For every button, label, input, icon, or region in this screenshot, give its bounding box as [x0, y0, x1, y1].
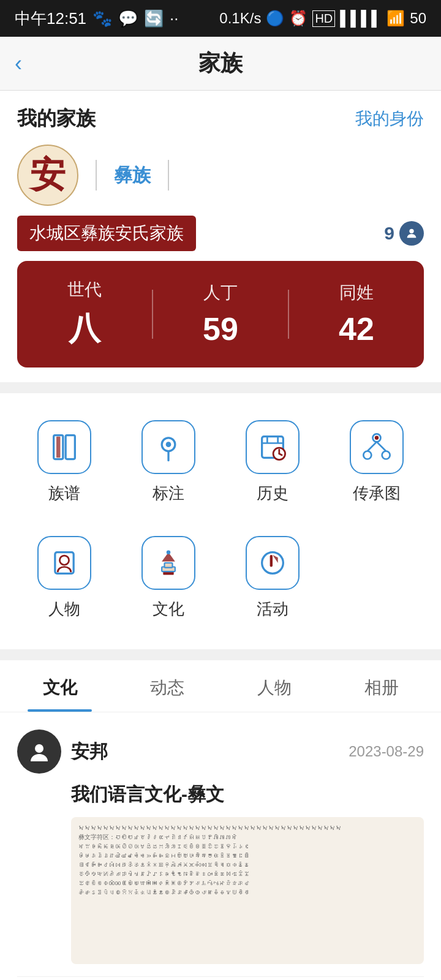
svg-line-16 [368, 442, 377, 451]
divider-vertical [96, 160, 97, 190]
post-title-1: 我们语言文化-彝文 [71, 782, 424, 807]
battery-icon: 50 [410, 10, 426, 27]
activity-label: 活动 [257, 598, 288, 620]
status-bar: 中午12:51 🐾 💬 🔄 ·· 0.1K/s 🔵 ⏰ HD ▌▌▌▌ 📶 50 [0, 0, 441, 37]
stat-population: 人丁 59 [153, 281, 288, 347]
svg-point-0 [409, 229, 413, 233]
svg-rect-2 [66, 435, 75, 459]
alarm-icon: ⏰ [289, 10, 307, 27]
status-right: 0.1K/s 🔵 ⏰ HD ▌▌▌▌ 📶 50 [219, 10, 426, 27]
culture-icon [141, 536, 195, 590]
genealogy-label: 族谱 [48, 483, 80, 504]
stat-generation: 世代 八 [17, 278, 152, 350]
post-card-1: 安邦 2023-08-29 我们语言文化-彝文 ᠠᠠᠠᠠᠠᠠᠠᠠᠠᠠᠠᠠᠠᠠᠠᠠ… [0, 712, 441, 980]
svg-point-29 [35, 744, 43, 753]
icon-item-history[interactable]: 历史 [221, 410, 325, 514]
post-author-name-1: 安邦 [71, 739, 108, 764]
svg-point-25 [167, 550, 171, 554]
clan-tag[interactable]: 水城区彝族安氏家族 [17, 216, 196, 251]
family-avatar: 安 [17, 145, 78, 206]
svg-rect-23 [165, 563, 173, 568]
status-app-icon1: 🐾 [92, 9, 112, 28]
annotation-icon [141, 420, 195, 474]
culture-label: 文化 [153, 598, 184, 620]
stat-samesurname-value: 42 [289, 311, 424, 347]
divider-vertical2 [168, 160, 169, 190]
page-title: 家族 [198, 48, 243, 78]
family-section-header: 我的家族 我的身份 [17, 105, 424, 132]
tab-dynamics[interactable]: 动态 [113, 660, 221, 712]
status-dots: ·· [170, 9, 178, 28]
stat-generation-label: 世代 [17, 278, 152, 301]
svg-rect-27 [270, 555, 273, 567]
signal-icon: ▌▌▌▌ [340, 10, 382, 27]
separator1 [0, 382, 441, 393]
icon-item-culture[interactable]: 文化 [116, 526, 221, 630]
svg-point-20 [59, 556, 69, 565]
post-author-row-1: 安邦 [17, 729, 108, 774]
stat-generation-value: 八 [17, 307, 152, 350]
clan-row: 水城区彝族安氏家族 9 [17, 216, 424, 251]
person-icon [37, 536, 91, 590]
stat-population-label: 人丁 [153, 281, 288, 304]
main-content: 我的家族 我的身份 安 彝族 水城区彝族安氏家族 9 [0, 91, 441, 980]
genealogy-icon [37, 420, 91, 474]
back-button[interactable]: ‹ [15, 51, 22, 77]
icon-row-2: 人物 文化 [12, 526, 429, 630]
tabs-section: 文化 动态 人物 相册 [0, 660, 441, 712]
svg-rect-3 [56, 437, 61, 458]
section-title: 我的家族 [17, 105, 96, 132]
hd-icon: HD [312, 10, 335, 27]
status-app-icon3: 🔄 [144, 9, 164, 28]
nav-bar: ‹ 家族 [0, 37, 441, 91]
icon-item-inheritance[interactable]: 传承图 [325, 410, 429, 514]
family-section: 我的家族 我的身份 安 彝族 水城区彝族安氏家族 9 [0, 91, 441, 382]
member-count-row: 9 [384, 221, 424, 246]
bluetooth-icon: 🔵 [266, 10, 284, 27]
identity-link[interactable]: 我的身份 [355, 107, 424, 130]
post-date-1: 2023-08-29 [349, 743, 424, 760]
member-icon [399, 221, 424, 246]
activity-icon [246, 536, 300, 590]
inheritance-label: 传承图 [353, 483, 401, 504]
person-label: 人物 [48, 598, 80, 620]
status-time: 中午12:51 [15, 8, 86, 29]
icon-item-activity[interactable]: 活动 [221, 526, 325, 630]
annotation-label: 标注 [153, 483, 184, 504]
svg-point-18 [375, 436, 379, 440]
svg-point-14 [363, 451, 371, 459]
status-speed: 0.1K/s [219, 10, 261, 27]
ethnic-badge: 彝族 [114, 163, 151, 188]
svg-point-5 [166, 442, 172, 447]
family-profile-row: 安 彝族 [17, 145, 424, 206]
post-image-1: ᠠᠠᠠᠠᠠᠠᠠᠠᠠᠠᠠᠠᠠᠠᠠᠠᠠᠠᠠᠠᠠᠠᠠᠠᠠᠠᠠᠠᠠᠠᠠᠠᠠᠠᠠᠠᠠᠠᠠᠠ… [71, 817, 424, 964]
post-footer-1: 👁 10 👍 9 💬 1 [17, 976, 424, 980]
icon-grid-section: 族谱 标注 [0, 393, 441, 649]
post-header-1: 安邦 2023-08-29 [17, 729, 424, 774]
stat-samesurname: 同姓 42 [289, 281, 424, 347]
icon-item-person[interactable]: 人物 [12, 526, 116, 630]
tab-people[interactable]: 人物 [221, 660, 328, 712]
stat-samesurname-label: 同姓 [289, 281, 424, 304]
tab-culture[interactable]: 文化 [6, 660, 113, 712]
svg-line-17 [377, 442, 386, 451]
stats-card: 世代 八 人丁 59 同姓 42 [17, 261, 424, 368]
wifi-icon: 📶 [386, 10, 405, 27]
stat-population-value: 59 [153, 311, 288, 347]
icon-item-annotation[interactable]: 标注 [116, 410, 221, 514]
icon-item-genealogy[interactable]: 族谱 [12, 410, 116, 514]
svg-point-15 [382, 451, 390, 459]
icon-row-1: 族谱 标注 [12, 410, 429, 514]
status-app-icon2: 💬 [118, 9, 138, 28]
inheritance-icon [350, 420, 404, 474]
tab-album[interactable]: 相册 [328, 660, 435, 712]
status-left: 中午12:51 🐾 💬 🔄 ·· [15, 8, 179, 29]
svg-marker-28 [273, 555, 278, 563]
history-label: 历史 [257, 483, 288, 504]
member-count-number: 9 [384, 223, 394, 244]
post-avatar-1 [17, 729, 61, 774]
history-icon [246, 420, 300, 474]
